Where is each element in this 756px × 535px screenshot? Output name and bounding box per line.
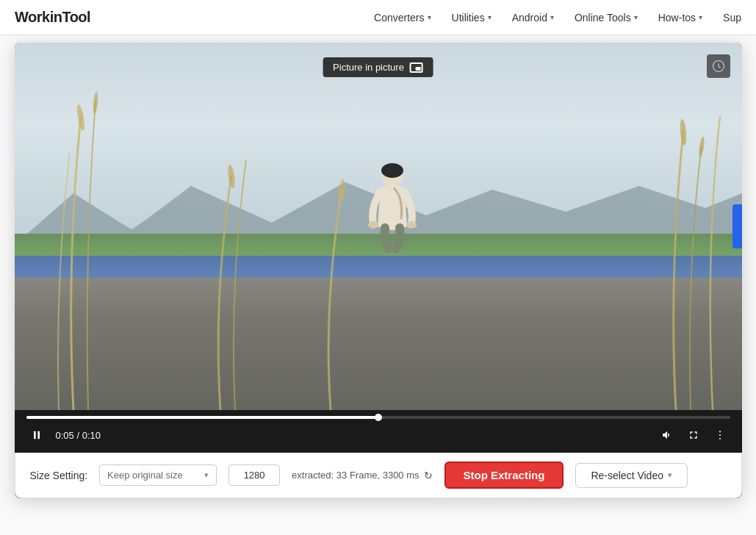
refresh-icon[interactable]: ↻	[424, 470, 433, 481]
time-display: 0:05 / 0:10	[56, 430, 101, 441]
video-scene: Picture in picture	[15, 43, 742, 410]
rocks-layer	[15, 278, 742, 410]
progress-bar[interactable]	[26, 416, 730, 419]
size-setting-label: Size Setting:	[30, 470, 88, 481]
modal-overlay: Picture in picture	[0, 35, 756, 535]
nav-item-how-tos[interactable]: How-tos ▾	[658, 12, 702, 24]
svg-point-16	[719, 434, 721, 436]
chevron-down-icon: ▾	[634, 13, 638, 21]
controls-row: 0:05 / 0:10	[26, 425, 730, 445]
progress-fill	[26, 416, 378, 419]
nav-links: Converters ▾ Utilities ▾ Android ▾ Onlin…	[374, 12, 741, 24]
nav-item-converters[interactable]: Converters ▾	[374, 12, 431, 24]
video-container: Picture in picture	[15, 43, 742, 498]
logo: WorkinTool	[15, 9, 90, 26]
chevron-down-icon: ▾	[550, 13, 554, 21]
side-action-button[interactable]	[732, 204, 742, 248]
reselect-chevron-icon: ▾	[668, 470, 672, 480]
svg-point-4	[368, 221, 378, 229]
video-controls: 0:05 / 0:10	[15, 410, 742, 453]
extracted-info: extracted: 33 Frame, 3300 ms ↻	[292, 470, 432, 481]
pip-label: Picture in picture	[333, 62, 404, 73]
navigation: WorkinTool Converters ▾ Utilities ▾ Andr…	[0, 0, 756, 35]
pip-icon	[410, 62, 423, 73]
size-number-input[interactable]: 1280	[228, 464, 280, 486]
svg-point-3	[381, 163, 403, 178]
stop-extracting-button[interactable]: Stop Extracting	[444, 462, 564, 489]
nav-item-sup[interactable]: Sup	[723, 12, 741, 24]
chevron-down-icon: ▾	[699, 13, 702, 21]
nav-item-utilities[interactable]: Utilities ▾	[452, 12, 492, 24]
bottom-bar: Size Setting: Keep original size ▾ 1280 …	[15, 453, 742, 498]
fullscreen-button[interactable]	[683, 425, 704, 445]
size-dropdown[interactable]: Keep original size ▾	[99, 464, 217, 486]
video-option-icon[interactable]	[707, 54, 730, 78]
controls-right	[657, 425, 730, 445]
nav-item-android[interactable]: Android ▾	[512, 12, 554, 24]
pip-tooltip: Picture in picture	[323, 57, 433, 77]
svg-rect-13	[34, 431, 36, 439]
nav-item-online-tools[interactable]: Online Tools ▾	[575, 12, 638, 24]
svg-point-15	[719, 431, 721, 432]
svg-rect-14	[37, 431, 40, 439]
more-options-button[interactable]	[710, 425, 730, 445]
progress-dot	[375, 414, 382, 421]
svg-point-5	[406, 221, 417, 229]
dropdown-chevron-icon: ▾	[204, 470, 209, 480]
pause-button[interactable]	[26, 425, 47, 445]
svg-point-17	[719, 438, 721, 439]
chevron-down-icon: ▾	[428, 13, 431, 21]
volume-button[interactable]	[657, 425, 677, 445]
reselect-video-button[interactable]: Re-select Video ▾	[575, 463, 688, 488]
person-figure	[363, 160, 422, 278]
chevron-down-icon: ▾	[488, 13, 492, 21]
